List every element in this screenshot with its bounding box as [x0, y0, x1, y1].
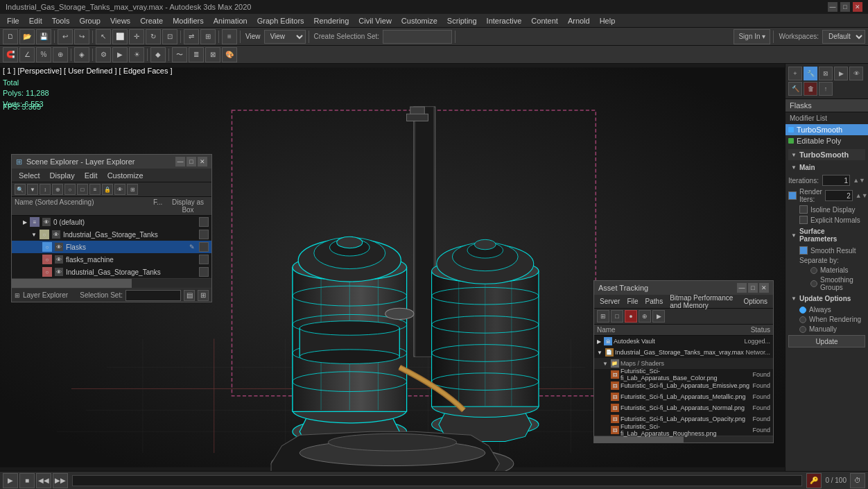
redo-button[interactable]: ↪ — [74, 29, 89, 44]
menu-group[interactable]: Group — [75, 15, 105, 26]
move-button[interactable]: ✛ — [129, 29, 144, 44]
curve-editor[interactable]: 〜 — [172, 47, 187, 62]
se-menu-display[interactable]: Display — [46, 170, 79, 181]
se-visibility-icon[interactable]: 👁 — [42, 218, 51, 226]
menu-scripting[interactable]: Scripting — [443, 15, 481, 26]
maximize-button[interactable]: □ — [840, 2, 850, 12]
mod-materials-radio[interactable] — [810, 267, 817, 274]
spinner-snap[interactable]: ⊕ — [53, 47, 68, 62]
menu-help[interactable]: Help — [596, 15, 620, 26]
at-row-base-color[interactable]: 🖼 Futuristic_Sci-fi_Lab_Apparatus_Base_C… — [594, 369, 773, 380]
at-row-emissive[interactable]: 🖼 Futuristic_Sci-fi_Lab_Apparatus_Emissi… — [594, 380, 773, 391]
at-row-main-file[interactable]: ▼ 📄 Industrial_Gas_Storage_Tanks_max_vra… — [594, 347, 773, 358]
create-panel-icon[interactable]: + — [788, 67, 802, 80]
open-button[interactable]: 📂 — [19, 29, 35, 44]
angle-snap[interactable]: ∠ — [19, 47, 35, 62]
se-options5[interactable]: 🔒 — [102, 184, 113, 195]
new-button[interactable]: 🗋 — [3, 29, 18, 44]
mod-smoothing-groups-radio[interactable] — [810, 280, 817, 287]
menu-file[interactable]: File — [3, 15, 24, 26]
move-up-icon[interactable]: ↑ — [819, 82, 833, 96]
at-row-vault[interactable]: ▶ 🏛 Autodesk Vault Logged... — [594, 336, 773, 347]
set-key-button[interactable]: 🔑 — [806, 473, 822, 488]
select-region-button[interactable]: ⬜ — [112, 29, 128, 44]
active-shade[interactable]: ☀ — [129, 47, 144, 62]
se-footer-btn2[interactable]: ⊞ — [198, 290, 209, 301]
utilities-panel-icon[interactable]: 🔨 — [788, 82, 802, 96]
se-search-button[interactable]: 🔍 — [15, 184, 26, 195]
workspaces-dropdown[interactable]: Default — [822, 30, 865, 44]
se-visibility-icon[interactable]: 👁 — [55, 268, 63, 276]
se-options1[interactable]: ⊕ — [52, 184, 63, 195]
modifier-editable-poly[interactable]: Editable Poly — [785, 135, 868, 146]
menu-views[interactable]: Views — [106, 15, 134, 26]
se-row-gas-tanks-child[interactable]: ○ 👁 Industrial_Gas_Storage_Tanks — [12, 266, 211, 278]
menu-arnold[interactable]: Arnold — [564, 15, 594, 26]
rotate-button[interactable]: ↻ — [146, 29, 161, 44]
menu-tools[interactable]: Tools — [48, 15, 74, 26]
mod-render-iters-spinner[interactable]: ▲▼ — [856, 192, 868, 199]
hierarchy-panel-icon[interactable]: ⊠ — [819, 67, 833, 80]
create-selection-input[interactable] — [383, 30, 452, 44]
se-sort-button[interactable]: ↕ — [40, 184, 51, 195]
at-row-roughness[interactable]: 🖼 Futuristic_Sci-fi_Lab_Apparatus_Roughn… — [594, 424, 773, 436]
at-btn3-active[interactable]: ● — [625, 310, 637, 323]
se-close-button[interactable]: ✕ — [198, 157, 207, 166]
edit-named-sel[interactable]: ◈ — [74, 47, 89, 62]
render[interactable]: ▶ — [112, 47, 128, 62]
at-menu-paths[interactable]: Paths — [643, 296, 666, 307]
mod-explicit-normals-checkbox[interactable] — [799, 216, 808, 224]
sign-in-button[interactable]: Sign In ▾ — [734, 29, 770, 44]
mod-section-main[interactable]: Main — [788, 162, 865, 173]
close-button[interactable]: ✕ — [853, 2, 862, 12]
view-dropdown[interactable]: View — [264, 30, 306, 44]
menu-rendering[interactable]: Rendering — [310, 15, 354, 26]
color-clipboard[interactable]: 🎨 — [222, 47, 237, 62]
at-menu-options[interactable]: Options — [741, 296, 770, 307]
mod-render-iters-input[interactable] — [825, 190, 853, 201]
menu-civil-view[interactable]: Civil View — [354, 15, 395, 26]
material-editor[interactable]: ◆ — [150, 47, 166, 62]
at-minimize-button[interactable]: — — [737, 283, 747, 293]
se-selection-set-input[interactable] — [125, 290, 181, 301]
anim-play-button[interactable]: ▶ — [3, 473, 18, 488]
mod-section-update[interactable]: Update Options — [788, 293, 865, 304]
scene-explorer-scrollbar[interactable] — [12, 278, 211, 288]
se-options3[interactable]: □ — [77, 184, 88, 195]
menu-edit[interactable]: Edit — [25, 15, 46, 26]
dope-sheet[interactable]: ≣ — [189, 47, 204, 62]
mod-smooth-result-checkbox[interactable] — [799, 246, 808, 255]
se-restore-button[interactable]: □ — [186, 157, 196, 166]
undo-button[interactable]: ↩ — [58, 29, 73, 44]
at-row-normal[interactable]: 🖼 Futuristic_Sci-fi_Lab_Apparatus_Normal… — [594, 402, 773, 413]
se-options2[interactable]: ○ — [64, 184, 76, 195]
at-restore-button[interactable]: □ — [748, 283, 758, 293]
snap-toggle[interactable]: 🧲 — [3, 47, 18, 62]
se-minimize-button[interactable]: — — [175, 157, 185, 166]
mod-iterations-spinner[interactable]: ▲▼ — [853, 177, 865, 184]
se-filter-button[interactable]: ▼ — [27, 184, 38, 195]
menu-modifiers[interactable]: Modifiers — [168, 15, 208, 26]
anim-stop-button[interactable]: ■ — [19, 473, 35, 488]
se-options7[interactable]: ⊞ — [127, 184, 138, 195]
mod-manually-radio[interactable] — [799, 326, 806, 333]
align-button[interactable]: ⊞ — [200, 29, 216, 44]
at-close-button[interactable]: ✕ — [759, 283, 769, 293]
se-visibility-icon[interactable]: 👁 — [55, 255, 63, 264]
menu-create[interactable]: Create — [136, 15, 167, 26]
scale-button[interactable]: ⊡ — [162, 29, 177, 44]
at-btn2[interactable]: □ — [611, 310, 623, 323]
mirror-button[interactable]: ⇌ — [184, 29, 199, 44]
se-row-flasks[interactable]: ○ 👁 Flasks ✎ — [12, 241, 211, 253]
render-setup[interactable]: ⚙ — [96, 47, 111, 62]
se-visibility-icon[interactable]: 👁 — [52, 230, 60, 239]
layer-button[interactable]: ≡ — [222, 29, 237, 44]
at-btn1[interactable]: ⊞ — [597, 310, 609, 323]
mod-when-rendering-radio[interactable] — [799, 316, 806, 323]
se-options4[interactable]: ≡ — [89, 184, 101, 195]
se-footer-btn1[interactable]: ▤ — [184, 290, 195, 301]
se-visibility-icon[interactable]: 👁 — [55, 243, 63, 251]
mod-render-iters-checkbox[interactable] — [788, 191, 797, 200]
time-config-button[interactable]: ⏱ — [850, 473, 865, 488]
se-row-default-layer[interactable]: ▶ ≡ 👁 0 (default) — [12, 216, 211, 228]
